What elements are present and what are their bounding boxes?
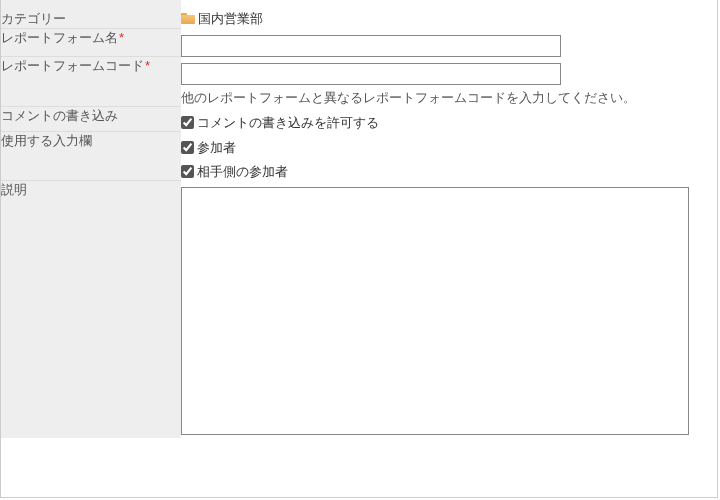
value-inputs: 参加者 相手側の参加者	[181, 132, 717, 181]
participants-label: 参加者	[197, 139, 236, 157]
required-mark-form-code: *	[145, 58, 150, 73]
value-category: 国内営業部	[181, 0, 717, 29]
participants-row: 参加者	[181, 139, 717, 157]
other-participants-row: 相手側の参加者	[181, 163, 717, 181]
category-value: 国内営業部	[198, 11, 263, 26]
label-category: カテゴリー	[1, 0, 181, 29]
comment-allow-row: コメントの書き込みを許可する	[181, 114, 717, 132]
form-code-input[interactable]	[181, 63, 561, 85]
other-participants-checkbox[interactable]	[181, 165, 194, 178]
label-form-name: レポートフォーム名*	[1, 29, 181, 57]
value-form-code: 他のレポートフォームと異なるレポートフォームコードを入力してください。	[181, 57, 717, 107]
form-name-input[interactable]	[181, 35, 561, 57]
label-form-name-text: レポートフォーム名	[1, 30, 118, 45]
description-textarea[interactable]	[181, 187, 689, 435]
label-inputs-text: 使用する入力欄	[1, 133, 92, 148]
label-comment: コメントの書き込み	[1, 107, 181, 132]
label-comment-text: コメントの書き込み	[1, 108, 118, 123]
label-description-text: 説明	[1, 182, 27, 197]
form-code-helper: 他のレポートフォームと異なるレポートフォームコードを入力してください。	[181, 89, 717, 107]
comment-allow-checkbox[interactable]	[181, 116, 194, 129]
other-participants-label: 相手側の参加者	[197, 163, 288, 181]
folder-icon	[181, 13, 195, 24]
participants-checkbox[interactable]	[181, 141, 194, 154]
value-comment: コメントの書き込みを許可する	[181, 107, 717, 132]
form-container: カテゴリー 国内営業部 レポートフォーム名* レポートフォームコード* 他のレポ…	[0, 0, 718, 498]
label-inputs: 使用する入力欄	[1, 132, 181, 181]
label-form-code: レポートフォームコード*	[1, 57, 181, 107]
value-description	[181, 181, 717, 438]
label-category-text: カテゴリー	[1, 11, 66, 26]
comment-allow-label: コメントの書き込みを許可する	[197, 114, 379, 132]
required-mark-form-name: *	[119, 30, 124, 45]
label-description: 説明	[1, 181, 181, 438]
label-form-code-text: レポートフォームコード	[1, 58, 144, 73]
form-table: カテゴリー 国内営業部 レポートフォーム名* レポートフォームコード* 他のレポ…	[1, 0, 717, 438]
value-form-name	[181, 29, 717, 57]
